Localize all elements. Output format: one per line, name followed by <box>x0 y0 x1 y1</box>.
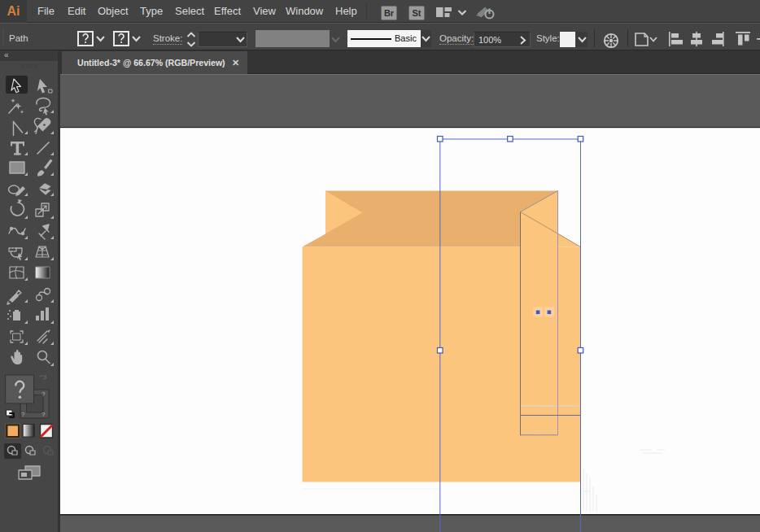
svg-text:?: ? <box>41 390 46 398</box>
svg-text:?: ? <box>21 411 25 418</box>
svg-text:?: ? <box>41 411 46 418</box>
